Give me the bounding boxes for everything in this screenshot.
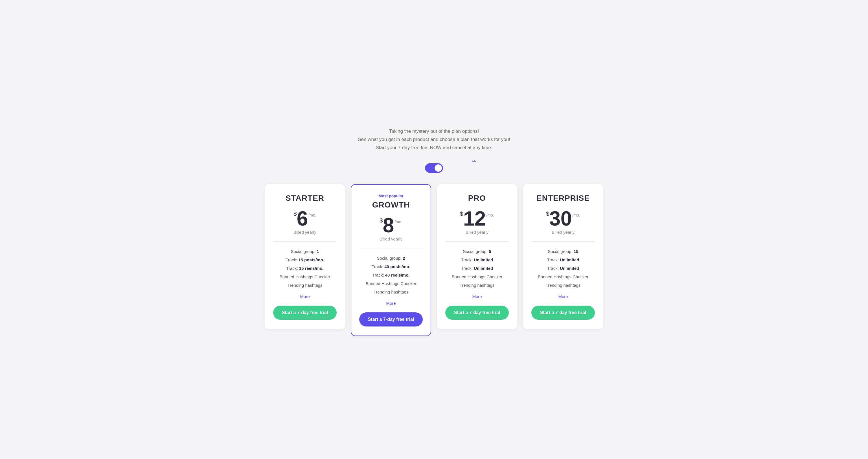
per-month: /mo. bbox=[395, 220, 402, 224]
feature-item: Track: 40 posts/mo. bbox=[366, 262, 416, 271]
feature-item: Social group: 1 bbox=[280, 247, 330, 256]
plan-card-pro: PRO $ 12 /mo. Billed yearly Social group… bbox=[437, 184, 517, 329]
features-list: Social group: 1Track: 15 posts/mo.Track:… bbox=[280, 247, 330, 290]
cta-button[interactable]: Start a 7-day free trial bbox=[445, 306, 509, 320]
more-link[interactable]: More bbox=[386, 301, 396, 306]
billed-yearly: Billed yearly bbox=[552, 230, 575, 235]
cta-button[interactable]: Start a 7-day free trial bbox=[531, 306, 595, 320]
feature-item: Trending hashtags bbox=[366, 288, 416, 296]
plan-card-starter: STARTER $ 6 /mo. Billed yearly Social gr… bbox=[265, 184, 345, 329]
more-link[interactable]: More bbox=[558, 294, 568, 299]
price-amount: 8 bbox=[383, 215, 394, 235]
toggle-knob bbox=[435, 164, 442, 172]
more-link[interactable]: More bbox=[300, 294, 310, 299]
feature-item: Track: 40 reels/mo. bbox=[366, 271, 416, 280]
currency: $ bbox=[546, 210, 549, 217]
feature-item: Banned Hashtags Checker bbox=[538, 273, 588, 281]
cta-button[interactable]: Start a 7-day free trial bbox=[359, 313, 423, 327]
feature-item: Social group: 5 bbox=[452, 247, 502, 256]
billing-toggle-row: ↩ bbox=[265, 163, 603, 173]
save-arrow-icon: ↩ bbox=[472, 158, 476, 164]
feature-item: Track: 15 reels/mo. bbox=[280, 264, 330, 273]
per-month: /mo. bbox=[486, 213, 494, 217]
price-amount: 12 bbox=[463, 208, 486, 229]
header: Taking the mystery out of the plan optio… bbox=[265, 127, 603, 152]
billed-yearly: Billed yearly bbox=[293, 230, 316, 235]
plan-name: ENTERPRISE bbox=[536, 194, 590, 203]
divider bbox=[531, 241, 595, 242]
currency: $ bbox=[379, 217, 383, 224]
page-wrapper: Taking the mystery out of the plan optio… bbox=[265, 123, 603, 336]
price-row: $ 8 /mo. bbox=[379, 215, 402, 235]
plan-name: PRO bbox=[468, 194, 486, 203]
cta-button[interactable]: Start a 7-day free trial bbox=[273, 306, 337, 320]
price-amount: 6 bbox=[297, 208, 308, 229]
feature-item: Track: 15 posts/mo. bbox=[280, 256, 330, 264]
divider bbox=[273, 241, 337, 242]
currency: $ bbox=[460, 210, 463, 217]
per-month: /mo. bbox=[572, 213, 580, 217]
price-row: $ 6 /mo. bbox=[293, 208, 316, 229]
features-list: Social group: 15Track: UnlimitedTrack: U… bbox=[538, 247, 588, 290]
most-popular-badge: Most popular bbox=[379, 194, 404, 198]
divider bbox=[445, 241, 509, 242]
price-row: $ 30 /mo. bbox=[546, 208, 580, 229]
billed-yearly: Billed yearly bbox=[466, 230, 489, 235]
more-link[interactable]: More bbox=[472, 294, 482, 299]
plans-grid: STARTER $ 6 /mo. Billed yearly Social gr… bbox=[265, 184, 603, 336]
feature-item: Trending hashtags bbox=[280, 281, 330, 290]
feature-item: Track: Unlimited bbox=[538, 256, 588, 264]
save-badge: ↩ bbox=[471, 158, 476, 164]
per-month: /mo. bbox=[308, 213, 316, 217]
feature-item: Trending hashtags bbox=[452, 281, 502, 290]
feature-item: Banned Hashtags Checker bbox=[280, 273, 330, 281]
features-list: Social group: 5Track: UnlimitedTrack: Un… bbox=[452, 247, 502, 290]
feature-item: Social group: 15 bbox=[538, 247, 588, 256]
features-list: Social group: 2Track: 40 posts/mo.Track:… bbox=[366, 254, 416, 296]
currency: $ bbox=[293, 210, 297, 217]
billing-toggle[interactable] bbox=[425, 163, 443, 173]
plan-name: STARTER bbox=[286, 194, 324, 203]
price-amount: 30 bbox=[549, 208, 572, 229]
feature-item: Track: Unlimited bbox=[452, 264, 502, 273]
feature-item: Trending hashtags bbox=[538, 281, 588, 290]
feature-item: Track: Unlimited bbox=[538, 264, 588, 273]
subtitle: Taking the mystery out of the plan optio… bbox=[265, 127, 603, 152]
billed-yearly: Billed yearly bbox=[379, 236, 402, 241]
feature-item: Social group: 2 bbox=[366, 254, 416, 262]
feature-item: Banned Hashtags Checker bbox=[366, 280, 416, 288]
feature-item: Banned Hashtags Checker bbox=[452, 273, 502, 281]
plan-card-enterprise: ENTERPRISE $ 30 /mo. Billed yearly Socia… bbox=[523, 184, 603, 329]
price-row: $ 12 /mo. bbox=[460, 208, 494, 229]
feature-item: Track: Unlimited bbox=[452, 256, 502, 264]
divider bbox=[359, 248, 423, 249]
plan-name: GROWTH bbox=[372, 200, 410, 209]
plan-card-growth: Most popular GROWTH $ 8 /mo. Billed year… bbox=[351, 184, 431, 336]
